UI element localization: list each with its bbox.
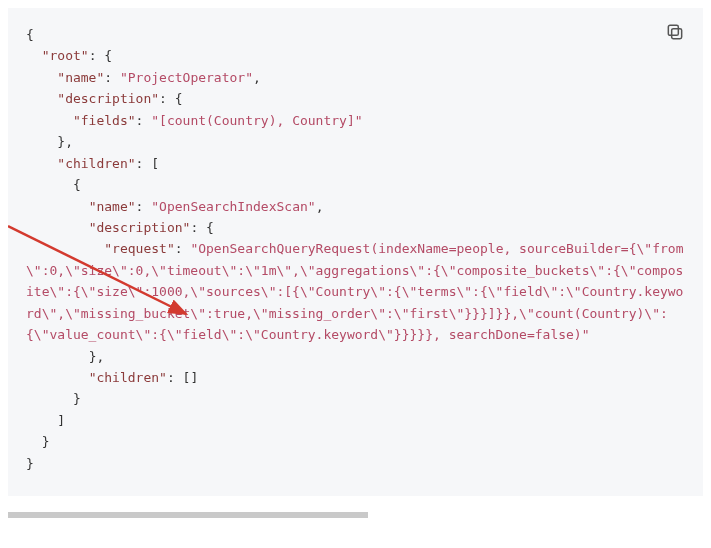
code-line: } [26,456,34,471]
json-key: "children" [89,370,167,385]
json-punct: , [253,70,261,85]
json-key: "fields" [73,113,136,128]
code-indent [26,48,42,63]
code-indent [26,199,89,214]
code-indent [26,241,104,256]
json-string: "ProjectOperator" [120,70,253,85]
svg-rect-1 [668,25,678,35]
json-key: "name" [57,70,104,85]
code-indent [26,156,57,171]
json-string: "OpenSearchQueryRequest(indexName=people… [26,241,683,342]
json-punct: : [136,199,152,214]
json-punct: : [104,70,120,85]
code-line: } [26,391,81,406]
code-line: { [26,27,34,42]
code-line: }, [26,134,73,149]
code-indent [26,370,89,385]
code-indent [26,91,57,106]
json-key: "name" [89,199,136,214]
json-punct: : [ [136,156,159,171]
copy-button[interactable] [665,22,685,42]
json-punct: : [136,113,152,128]
json-punct: : { [159,91,182,106]
json-key: "description" [89,220,191,235]
code-content: { "root": { "name": "ProjectOperator", "… [26,24,685,474]
code-block: { "root": { "name": "ProjectOperator", "… [8,8,703,496]
json-punct: : { [89,48,112,63]
copy-icon [665,22,685,42]
json-string: "OpenSearchIndexScan" [151,199,315,214]
horizontal-scrollbar-track[interactable] [8,512,368,518]
json-string: "[count(Country), Country]" [151,113,362,128]
code-line: }, [26,349,104,364]
code-line: ] [26,413,65,428]
json-punct: : [] [167,370,198,385]
json-key: "description" [57,91,159,106]
json-punct: , [316,199,324,214]
json-punct: : { [190,220,213,235]
code-indent [26,113,73,128]
json-punct: : [175,241,191,256]
code-indent [26,70,57,85]
code-line: { [26,177,81,192]
json-key: "root" [42,48,89,63]
code-indent [26,220,89,235]
svg-rect-0 [672,29,682,39]
code-line: } [26,434,49,449]
json-key: "children" [57,156,135,171]
json-key: "request" [104,241,174,256]
